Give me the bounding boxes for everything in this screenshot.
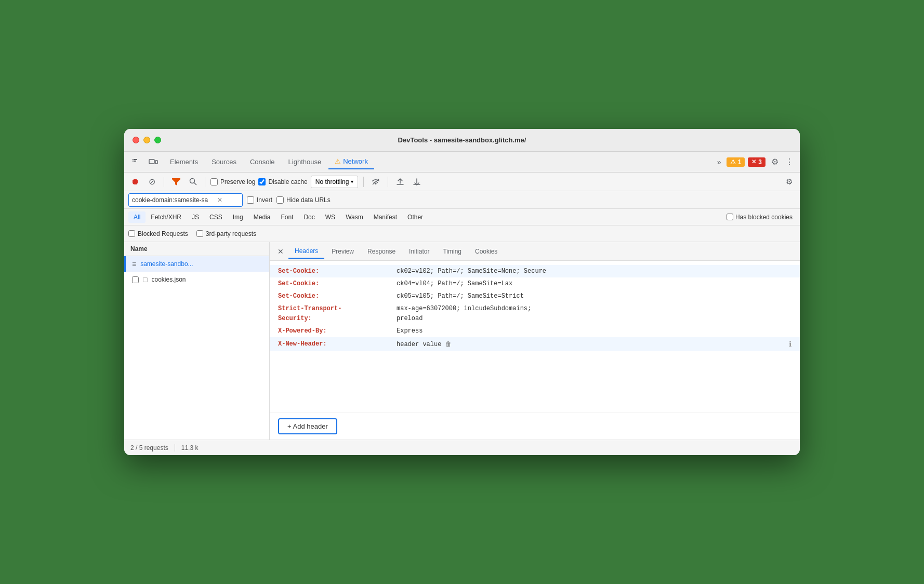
resource-tab-js[interactable]: JS bbox=[187, 211, 204, 223]
resource-tab-manifest[interactable]: Manifest bbox=[368, 211, 402, 223]
header-value-4: max-age=63072000; inlcudeSubdomains; bbox=[397, 305, 531, 312]
blocked-requests-label[interactable]: Blocked Requests bbox=[128, 230, 188, 237]
resource-tab-font[interactable]: Font bbox=[275, 211, 298, 223]
invert-label[interactable]: Invert bbox=[247, 196, 272, 204]
resource-tab-other[interactable]: Other bbox=[402, 211, 428, 223]
preserve-log-checkbox[interactable] bbox=[210, 178, 218, 185]
resource-tab-fetch-xhr[interactable]: Fetch/XHR bbox=[146, 211, 187, 223]
header-value-1: ck02=vl02; Path=/; SameSite=None; Secure bbox=[397, 268, 546, 275]
header-row: Strict-Transport- max-age=63072000; inlc… bbox=[270, 302, 800, 315]
tab-console[interactable]: Console bbox=[244, 155, 281, 169]
resource-tab-ws[interactable]: WS bbox=[320, 211, 340, 223]
warning-badge[interactable]: ⚠ 1 bbox=[727, 157, 745, 167]
svg-rect-1 bbox=[133, 161, 134, 162]
detail-tab-headers[interactable]: Headers bbox=[288, 244, 324, 259]
header-row: X-Powered-By: Express bbox=[270, 325, 800, 337]
disable-cache-label[interactable]: Disable cache bbox=[258, 178, 307, 185]
minimize-button[interactable] bbox=[143, 137, 150, 143]
download-icon[interactable] bbox=[410, 175, 424, 189]
file-checkbox-2[interactable] bbox=[132, 276, 139, 283]
throttle-select[interactable]: No throttling ▾ bbox=[311, 176, 359, 188]
devtools-tab-bar: Elements Sources Console Lighthouse ⚠ Ne… bbox=[124, 152, 800, 172]
header-name-5: X-Powered-By: bbox=[278, 327, 392, 335]
resource-tab-media[interactable]: Media bbox=[248, 211, 276, 223]
hide-data-urls-label[interactable]: Hide data URLs bbox=[276, 196, 331, 204]
transfer-size: 11.3 k bbox=[181, 444, 199, 452]
title-bar: DevTools - samesite-sandbox.glitch.me/ bbox=[124, 129, 800, 152]
document-icon: ≡ bbox=[132, 260, 136, 268]
filter-bar: ✕ Invert Hide data URLs bbox=[124, 191, 800, 209]
file-name-1: samesite-sandbo... bbox=[140, 260, 193, 268]
chevron-down-icon: ▾ bbox=[351, 179, 353, 184]
detail-close-button[interactable]: ✕ bbox=[274, 245, 287, 258]
upload-icon[interactable] bbox=[393, 175, 407, 189]
toolbar-divider-1 bbox=[164, 177, 164, 187]
svg-point-6 bbox=[190, 179, 194, 183]
record-button[interactable]: ⏺ bbox=[128, 175, 142, 189]
add-header-button[interactable]: + Add header bbox=[278, 418, 337, 434]
resource-tab-css[interactable]: CSS bbox=[204, 211, 228, 223]
resource-tab-doc[interactable]: Doc bbox=[298, 211, 320, 223]
window-title: DevTools - samesite-sandbox.glitch.me/ bbox=[398, 136, 526, 144]
hide-data-urls-checkbox[interactable] bbox=[276, 196, 284, 204]
search-button[interactable] bbox=[186, 175, 200, 189]
error-badge[interactable]: ✕ 3 bbox=[748, 157, 765, 167]
disable-cache-checkbox[interactable] bbox=[258, 178, 266, 185]
clear-button[interactable]: ⊘ bbox=[145, 175, 159, 189]
tab-elements[interactable]: Elements bbox=[164, 155, 204, 169]
has-blocked-cookies-label[interactable]: Has blocked cookies bbox=[723, 211, 796, 223]
detail-tab-timing[interactable]: Timing bbox=[437, 245, 468, 258]
cursor-icon[interactable] bbox=[128, 155, 143, 169]
document-icon-2: □ bbox=[143, 275, 147, 284]
detail-tab-preview[interactable]: Preview bbox=[325, 245, 360, 258]
blocked-bar: Blocked Requests 3rd-party requests bbox=[124, 225, 800, 242]
info-icon[interactable]: ℹ bbox=[789, 340, 791, 348]
wifi-icon[interactable] bbox=[369, 175, 382, 189]
header-name-1: Set-Cookie: bbox=[278, 268, 392, 275]
filter-clear-button[interactable]: ✕ bbox=[217, 197, 222, 203]
request-count: 2 / 5 requests bbox=[130, 444, 168, 452]
settings-icon[interactable]: ⚙ bbox=[768, 155, 782, 169]
device-toggle-icon[interactable] bbox=[146, 155, 161, 169]
toolbar-divider-3 bbox=[363, 177, 364, 187]
header-row: Set-Cookie: ck02=vl02; Path=/; SameSite=… bbox=[270, 265, 800, 277]
header-row: Security: preload bbox=[270, 315, 800, 325]
invert-checkbox[interactable] bbox=[247, 196, 254, 204]
third-party-requests-checkbox[interactable] bbox=[196, 230, 203, 237]
maximize-button[interactable] bbox=[154, 137, 161, 143]
header-value-4b: preload bbox=[397, 315, 423, 322]
preserve-log-label[interactable]: Preserve log bbox=[210, 178, 255, 185]
header-value-5: Express bbox=[397, 327, 423, 335]
close-button[interactable] bbox=[133, 137, 139, 143]
resource-tab-all[interactable]: All bbox=[128, 211, 146, 223]
resource-tab-img[interactable]: Img bbox=[228, 211, 248, 223]
header-row: Set-Cookie: ck04=vl04; Path=/; SameSite=… bbox=[270, 277, 800, 290]
tab-lighthouse[interactable]: Lighthouse bbox=[282, 155, 328, 169]
network-settings-icon[interactable]: ⚙ bbox=[782, 175, 796, 189]
filter-button[interactable] bbox=[169, 175, 183, 189]
header-value-2: ck04=vl04; Path=/; SameSite=Lax bbox=[397, 280, 512, 287]
tab-sources[interactable]: Sources bbox=[205, 155, 243, 169]
filter-input[interactable] bbox=[132, 196, 215, 204]
detail-tab-cookies[interactable]: Cookies bbox=[469, 245, 504, 258]
warning-badge-icon: ⚠ bbox=[730, 158, 736, 166]
detail-tab-initiator[interactable]: Initiator bbox=[403, 245, 435, 258]
devtools-window: DevTools - samesite-sandbox.glitch.me/ E… bbox=[124, 129, 800, 455]
filter-input-wrap: ✕ bbox=[128, 193, 243, 207]
third-party-requests-label[interactable]: 3rd-party requests bbox=[196, 230, 256, 237]
list-item[interactable]: ≡ samesite-sandbo... bbox=[124, 256, 269, 272]
header-value-6: header value 🗑 bbox=[397, 340, 452, 348]
blocked-requests-checkbox[interactable] bbox=[128, 230, 135, 237]
header-row: X-New-Header: header value 🗑 ℹ bbox=[270, 337, 800, 351]
svg-rect-5 bbox=[155, 161, 157, 164]
has-blocked-cookies-checkbox[interactable] bbox=[727, 214, 733, 220]
list-item[interactable]: □ cookies.json bbox=[124, 272, 269, 287]
header-value-3: ck05=vl05; Path=/; SameSite=Strict bbox=[397, 293, 524, 300]
tab-network[interactable]: ⚠ Network bbox=[328, 154, 374, 169]
kebab-menu-icon[interactable]: ⋮ bbox=[783, 155, 796, 169]
resource-tab-wasm[interactable]: Wasm bbox=[340, 211, 368, 223]
more-tabs-button[interactable]: » bbox=[714, 156, 724, 168]
detail-tab-response[interactable]: Response bbox=[361, 245, 402, 258]
network-toolbar: ⏺ ⊘ Preserve log Disable cache No thrott… bbox=[124, 172, 800, 191]
delete-icon[interactable]: 🗑 bbox=[445, 341, 452, 348]
